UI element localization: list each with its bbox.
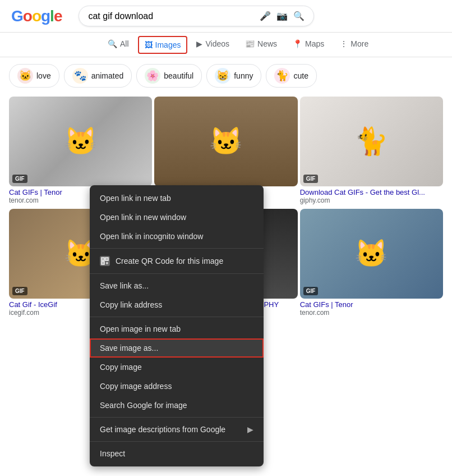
- nav-tabs: 🔍 All 🖼 Images ▶ Videos 📰 News 📍 Maps ⋮ …: [0, 33, 452, 57]
- chip-funny[interactable]: 😸 funny: [206, 64, 261, 88]
- svg-rect-3: [103, 259, 104, 260]
- menu-separator-4: [90, 417, 264, 418]
- gif-badge-6: GIF: [303, 287, 319, 295]
- google-logo: Google: [11, 7, 62, 25]
- svg-rect-9: [107, 263, 108, 264]
- search-button-icon[interactable]: 🔍: [293, 11, 305, 21]
- tab-images[interactable]: 🖼 Images: [138, 36, 188, 54]
- header: Google 🎤 📷 🔍: [0, 0, 452, 33]
- menu-save-image-as[interactable]: Save image as...: [90, 338, 264, 358]
- menu-open-incognito[interactable]: Open link in incognito window: [90, 227, 264, 246]
- menu-inspect[interactable]: Inspect: [90, 444, 264, 463]
- all-icon: 🔍: [108, 39, 117, 48]
- search-bar: 🎤 📷 🔍: [79, 6, 314, 26]
- videos-icon: ▶: [196, 39, 202, 48]
- menu-open-new-window[interactable]: Open link in new window: [90, 208, 264, 227]
- tab-more[interactable]: ⋮ More: [333, 35, 375, 54]
- camera-icon[interactable]: 📷: [276, 11, 288, 21]
- gif-badge-3: GIF: [303, 175, 319, 183]
- menu-copy-link[interactable]: Copy link address: [90, 295, 264, 314]
- tab-news[interactable]: 📰 News: [238, 35, 284, 54]
- svg-rect-6: [106, 262, 107, 263]
- menu-separator-1: [90, 248, 264, 249]
- gif-badge-4: GIF: [12, 287, 27, 295]
- image-cell-3: 🐈 GIF Download Cat GIFs - Get the best G…: [300, 97, 443, 204]
- maps-icon: 📍: [293, 39, 302, 48]
- chips-row: 🐱 love 🐾 animated 🌸 beautiful 😸 funny 🐈 …: [0, 57, 452, 94]
- image-label-3: Download Cat GIFs - Get the best Gl...: [300, 188, 443, 196]
- menu-create-qr[interactable]: Create QR Code for this image: [90, 251, 264, 271]
- chip-cute[interactable]: 🐈 cute: [266, 64, 316, 88]
- images-icon: 🖼: [145, 40, 153, 49]
- mic-icon[interactable]: 🎤: [260, 11, 271, 21]
- news-icon: 📰: [245, 39, 255, 48]
- image-cell-6: 🐱 GIF Cat GIFs | Tenor tenor.com: [300, 209, 443, 317]
- image-label-6: Cat GIFs | Tenor: [300, 300, 443, 309]
- menu-copy-image-address[interactable]: Copy image address: [90, 377, 264, 396]
- menu-save-link-as[interactable]: Save link as...: [90, 276, 264, 295]
- menu-open-new-tab[interactable]: Open link in new tab: [90, 189, 264, 208]
- search-input[interactable]: [88, 11, 255, 21]
- menu-separator-2: [90, 273, 264, 274]
- chip-love[interactable]: 🐱 love: [9, 64, 59, 88]
- menu-search-google[interactable]: Search Google for image: [90, 396, 264, 415]
- menu-separator-3: [90, 317, 264, 317]
- svg-rect-7: [107, 262, 108, 263]
- qr-icon: [100, 256, 110, 266]
- chip-beautiful[interactable]: 🌸 beautiful: [136, 64, 202, 88]
- svg-rect-4: [107, 259, 108, 260]
- tab-maps[interactable]: 📍 Maps: [286, 35, 331, 54]
- image-source-6: tenor.com: [300, 309, 443, 317]
- tab-videos[interactable]: ▶ Videos: [190, 35, 236, 54]
- image-source-3: giphy.com: [300, 196, 443, 204]
- chip-animated[interactable]: 🐾 animated: [64, 64, 132, 88]
- menu-get-descriptions[interactable]: Get image descriptions from Google ▶: [90, 420, 264, 439]
- menu-copy-image[interactable]: Copy image: [90, 358, 264, 377]
- context-menu: Open link in new tab Open link in new wi…: [90, 185, 264, 466]
- menu-separator-5: [90, 441, 264, 442]
- more-icon: ⋮: [340, 39, 348, 48]
- svg-rect-8: [106, 263, 107, 264]
- gif-badge-1: GIF: [12, 175, 27, 183]
- submenu-arrow-icon: ▶: [247, 425, 253, 434]
- tab-all[interactable]: 🔍 All: [101, 35, 136, 54]
- menu-open-image-tab[interactable]: Open image in new tab: [90, 319, 264, 338]
- svg-rect-5: [103, 263, 104, 264]
